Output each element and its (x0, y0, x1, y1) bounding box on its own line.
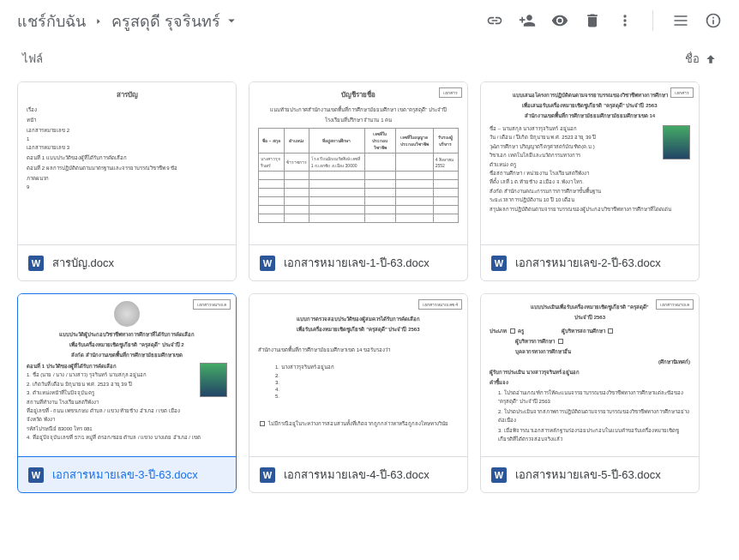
arrow-up-icon (705, 53, 717, 65)
subheader: ไฟล์ ชื่อ (0, 41, 739, 75)
file-card[interactable]: เอกสารแบบเสนอโครงการปฏิบัติตนตามจรรยาบรร… (480, 81, 700, 281)
file-name: เอกสารหมายเลข-5-ปี-63.docx (515, 466, 661, 484)
file-footer: Wเอกสารหมายเลข-4-ปี-63.docx (249, 457, 467, 492)
more-icon[interactable] (616, 12, 634, 29)
file-card[interactable]: เอกสารหมายเลแบบประวัติผู้ประกอบวิชาชีพทา… (17, 293, 237, 493)
breadcrumb-current[interactable]: ครูสดุดี รุจรินทร์ (111, 9, 239, 33)
file-thumbnail: เอกสารบัญชีรายชื่อแนบท้ายประกาศสำนักงานเ… (249, 82, 467, 245)
word-icon: W (260, 467, 275, 483)
word-icon: W (491, 256, 507, 271)
file-thumbnail: สารบัญเรื่องหน้าเอกสารหมายเลข 2 1เอกสารห… (18, 82, 236, 245)
file-thumbnail: เอกสารหมายเลแบบประเมินเพื่อรับเครื่องหมา… (481, 294, 699, 457)
link-icon[interactable] (486, 12, 503, 29)
chevron-down-icon (224, 13, 239, 28)
sort-label: ชื่อ (685, 50, 700, 68)
word-icon: W (260, 256, 275, 271)
file-footer: Wเอกสารหมายเลข-3-ปี-63.docx (18, 457, 236, 492)
file-thumbnail: เอกสารหมายเลข 4แบบการตรวจสอบประวัติของผู… (249, 294, 467, 457)
breadcrumb-root[interactable]: แชร์กับฉัน (17, 9, 86, 33)
file-name: เอกสารหมายเลข-4-ปี-63.docx (284, 466, 430, 484)
add-person-icon[interactable] (519, 12, 536, 29)
trash-icon[interactable] (584, 12, 601, 29)
word-icon: W (28, 256, 44, 271)
header: แชร์กับฉัน ครูสดุดี รุจรินทร์ (0, 0, 739, 41)
header-actions (486, 10, 722, 31)
file-footer: Wสารบัญ.docx (18, 245, 236, 280)
info-icon[interactable] (705, 12, 722, 29)
file-card[interactable]: เอกสารหมายเลข 4แบบการตรวจสอบประวัติของผู… (249, 293, 468, 493)
file-name: เอกสารหมายเลข-1-ปี-63.docx (284, 254, 430, 272)
file-card[interactable]: เอกสารหมายเลแบบประเมินเพื่อรับเครื่องหมา… (480, 293, 700, 493)
file-name: เอกสารหมายเลข-3-ปี-63.docx (52, 466, 198, 484)
divider (652, 10, 653, 31)
file-footer: Wเอกสารหมายเลข-1-ปี-63.docx (249, 245, 467, 280)
breadcrumb-current-label: ครูสดุดี รุจรินทร์ (111, 9, 220, 33)
sort-button[interactable]: ชื่อ (685, 50, 717, 68)
file-grid: สารบัญเรื่องหน้าเอกสารหมายเลข 2 1เอกสารห… (0, 75, 739, 500)
file-footer: Wเอกสารหมายเลข-5-ปี-63.docx (481, 457, 699, 492)
file-name: เอกสารหมายเลข-2-ปี-63.docx (515, 254, 661, 272)
files-label: ไฟล์ (22, 50, 43, 68)
word-icon: W (28, 467, 44, 483)
file-footer: Wเอกสารหมายเลข-2-ปี-63.docx (481, 245, 699, 280)
eye-icon[interactable] (551, 12, 568, 29)
breadcrumbs: แชร์กับฉัน ครูสดุดี รุจรินทร์ (17, 9, 239, 33)
file-name: สารบัญ.docx (52, 254, 114, 272)
list-view-icon[interactable] (672, 12, 689, 29)
file-thumbnail: เอกสารแบบเสนอโครงการปฏิบัติตนตามจรรยาบรร… (481, 82, 699, 245)
file-thumbnail: เอกสารหมายเลแบบประวัติผู้ประกอบวิชาชีพทา… (18, 294, 236, 457)
breadcrumb-separator (94, 12, 103, 30)
file-card[interactable]: เอกสารบัญชีรายชื่อแนบท้ายประกาศสำนักงานเ… (249, 81, 468, 281)
word-icon: W (491, 467, 507, 483)
file-card[interactable]: สารบัญเรื่องหน้าเอกสารหมายเลข 2 1เอกสารห… (17, 81, 237, 281)
